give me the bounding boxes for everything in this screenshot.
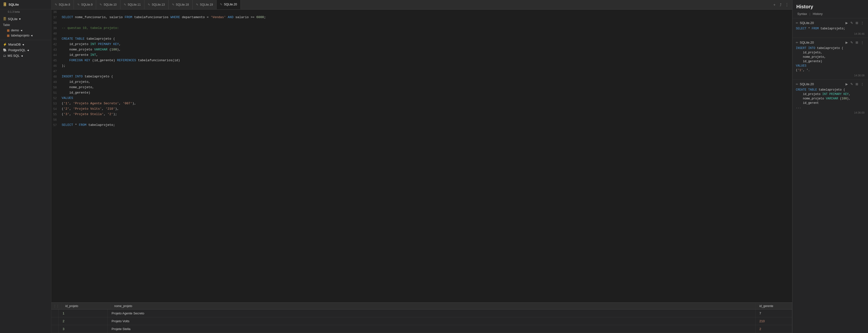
history-entry-header: ✏ SQLite.20 ▶ ✎ ⊞ ⋮ xyxy=(796,40,865,45)
code-line: 57SELECT * FROM tabelaprojeto; xyxy=(51,123,792,128)
code-line: 49 id_projeto, xyxy=(51,80,792,85)
line-content: ('3', 'Projete Stella', '2'); xyxy=(61,112,792,117)
tab-file-icon: ✎ xyxy=(99,3,102,6)
sidebar-item-tabelaprojeto[interactable]: ▦ tabelaprojeto ◂ xyxy=(0,33,51,38)
mariadb-chevron-icon: ◂ xyxy=(22,43,24,46)
code-line: 43 nome_projeto VARCHAR (100), xyxy=(51,47,792,53)
result-rows: 1 Projeto Agente Secreto 7 2 Projeto Vol… xyxy=(51,309,792,333)
col-header-id_gerente[interactable]: id_gerente xyxy=(755,303,792,309)
line-content: ('2', 'Projeto Volts', '210'), xyxy=(61,107,792,112)
history-grid-button[interactable]: ⊞ xyxy=(855,82,859,86)
more-button[interactable]: ⋮ xyxy=(784,2,790,7)
history-run-button[interactable]: ▶ xyxy=(845,21,849,25)
tab-SQLite-20[interactable]: ✎SQLite.20 xyxy=(217,0,241,9)
postgresql-chevron-icon: ◂ xyxy=(27,48,29,52)
table-row[interactable]: 1 Projeto Agente Secreto 7 xyxy=(51,309,792,317)
tab-label: SQLite.20 xyxy=(224,3,237,6)
history-entry-pencil-icon: ✏ xyxy=(796,41,798,44)
history-grid-button[interactable]: ⊞ xyxy=(855,40,859,45)
tab-SQLite-18[interactable]: ✎SQLite.18 xyxy=(168,0,192,9)
tab-SQLite-13[interactable]: ✎SQLite.13 xyxy=(144,0,168,9)
sidebar-app-header[interactable]: 🗄 SQLite xyxy=(0,0,51,9)
col-header-id_projeto[interactable]: id_projeto xyxy=(61,303,110,309)
history-edit-button[interactable]: ✎ xyxy=(850,82,854,86)
mssql-header[interactable]: 🗂 MS SQL ◂ xyxy=(0,53,51,58)
line-content: INSERT INTO tabelaprojeto ( xyxy=(61,74,792,79)
history-title: History xyxy=(793,0,868,11)
col-header-nome_projeto[interactable]: nome_projeto xyxy=(110,303,755,309)
line-content: FOREIGN KEY (id_gerente) REFERENCES tabe… xyxy=(61,58,792,63)
history-entry-pencil-icon: ✏ xyxy=(796,21,798,25)
table-row[interactable]: 2 Projeto Volts 210 xyxy=(51,317,792,325)
history-more-button[interactable]: ⋮ xyxy=(860,40,865,45)
line-number: 45 xyxy=(51,58,61,63)
line-number: 38 xyxy=(51,20,61,25)
results-header: ⋮⋮ id_projeto nome_projeto id_gerente xyxy=(51,303,792,309)
row-drag-handle xyxy=(51,309,59,317)
row-drag-handle xyxy=(51,317,59,325)
code-line: 42 id_projeto INT PRIMARY KEY, xyxy=(51,42,792,47)
line-content: ('1', 'Projeto Agente Secreto', '007'), xyxy=(61,101,792,106)
tab-label: SQLite.9 xyxy=(81,3,93,6)
history-edit-button[interactable]: ✎ xyxy=(850,21,854,25)
tab-SQLite-8[interactable]: ✎SQLite.8 xyxy=(51,0,74,9)
mssql-label: MS SQL xyxy=(8,54,20,58)
history-edit-button[interactable]: ✎ xyxy=(850,40,854,45)
history-code-block: INSERT INTO tabelaprojeto ( id_projeto, … xyxy=(796,46,865,73)
line-number: 42 xyxy=(51,42,61,47)
history-run-button[interactable]: ▶ xyxy=(845,82,849,86)
history-timestamp: 14:36:08 xyxy=(796,74,865,77)
history-tab-syntax[interactable]: Syntax xyxy=(796,11,808,16)
tab-SQLite-11[interactable]: ✎SQLite.11 xyxy=(120,0,144,9)
code-line: 47 xyxy=(51,69,792,74)
history-entry-db-name: SQLite.20 xyxy=(800,40,843,44)
line-number: 54 xyxy=(51,107,61,112)
share-button[interactable]: ⤴ xyxy=(779,2,783,7)
sqlite-db-header[interactable]: 🗄 SQLite ▾ xyxy=(0,16,51,22)
cell-nome-projeto: Projete Stella xyxy=(107,325,755,333)
line-number: 55 xyxy=(51,112,61,117)
history-tab-history[interactable]: History xyxy=(812,11,824,16)
sqlite-icon: 🗄 xyxy=(3,2,7,7)
tab-file-icon: ✎ xyxy=(124,3,126,6)
mariadb-icon: ⚡ xyxy=(3,43,7,46)
line-number: 47 xyxy=(51,69,61,74)
history-more-button[interactable]: ⋮ xyxy=(860,82,865,86)
tab-SQLite-10[interactable]: ✎SQLite.10 xyxy=(96,0,120,9)
tab-file-icon: ✎ xyxy=(196,3,198,6)
line-content: id_projeto INT PRIMARY KEY, xyxy=(61,42,792,47)
app-version: 0.1.3 beta xyxy=(0,9,51,15)
line-number: 50 xyxy=(51,85,61,90)
main-area: ✎SQLite.8✎SQLite.9✎SQLite.10✎SQLite.11✎S… xyxy=(51,0,792,333)
table-label-tabelaprojeto: tabelaprojeto xyxy=(11,33,29,37)
editor-container: 3637SELECT nome_funcionario, salario FRO… xyxy=(51,9,792,333)
divider-1 xyxy=(0,40,51,40)
line-number: 46 xyxy=(51,63,61,68)
tab-label: SQLite.11 xyxy=(128,3,141,6)
postgresql-header[interactable]: 🐘 PostgreSQL ◂ xyxy=(0,47,51,53)
mariadb-header[interactable]: ⚡ MariaDB ◂ xyxy=(0,41,51,47)
history-grid-button[interactable]: ⊞ xyxy=(855,21,859,25)
col-header-id-label: id_projeto xyxy=(65,304,78,308)
table-label-demo: demo xyxy=(11,28,19,32)
mssql-icon: 🗂 xyxy=(3,54,6,58)
line-number: 41 xyxy=(51,36,61,41)
new-tab-button[interactable]: ＋ xyxy=(772,2,777,7)
history-more-button[interactable]: ⋮ xyxy=(860,21,865,25)
code-editor[interactable]: 3637SELECT nome_funcionario, salario FRO… xyxy=(51,9,792,302)
postgresql-icon: 🐘 xyxy=(3,48,7,52)
tab-SQLite-9[interactable]: ✎SQLite.9 xyxy=(74,0,96,9)
cell-id-projeto: 2 xyxy=(59,317,107,325)
code-line: 36 xyxy=(51,9,792,15)
line-content: -- questao 10, tabela projeto: xyxy=(61,26,792,31)
code-line: 37SELECT nome_funcionario, salario FROM … xyxy=(51,15,792,20)
row-drag-handle xyxy=(51,325,59,333)
history-entry-db-name: SQLite.20 xyxy=(800,82,843,86)
history-entry-db-name: SQLite.20 xyxy=(800,21,843,25)
history-run-button[interactable]: ▶ xyxy=(845,40,849,45)
line-content: CREATE TABLE tabelaprojeto ( xyxy=(61,36,792,41)
sidebar-item-demo[interactable]: ▦ demo ◂ xyxy=(0,28,51,33)
tab-SQLite-19[interactable]: ✎SQLite.19 xyxy=(192,0,217,9)
table-row[interactable]: 3 Projete Stella 2 xyxy=(51,325,792,333)
history-entry-header: ✏ SQLite.20 ▶ ✎ ⊞ ⋮ xyxy=(796,21,865,25)
